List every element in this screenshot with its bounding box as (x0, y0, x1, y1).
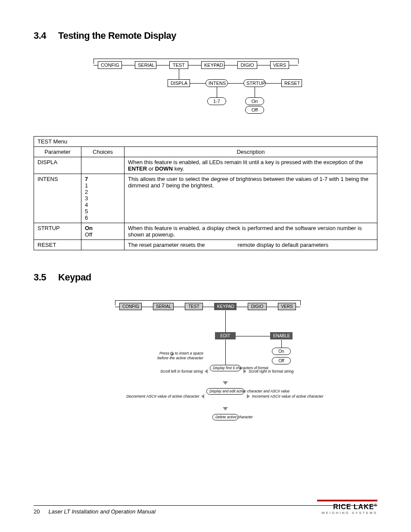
menu-node-strtup-on: On (245, 97, 264, 105)
table-header-choices: Choices (81, 147, 125, 157)
menu-node-strtup-off: Off (245, 106, 264, 114)
test-menu-diagram: CONFIG SERIAL TEST KEYPAD DIGIO VERS DIS… (93, 59, 318, 119)
table-row: RESET The reset parameter resets the rem… (34, 240, 377, 250)
menu-node-strtup: STRTUP (243, 79, 266, 87)
label-scroll-left: Scroll left in format string (137, 369, 203, 373)
cell-desc: When this feature is enabled, a display … (125, 223, 377, 240)
arrow-right-icon (247, 394, 250, 398)
menu-node-displa: DISPLA (168, 79, 190, 87)
arrow-left-icon (205, 369, 208, 373)
arrow-down-icon (223, 381, 228, 385)
table-row: STRTUP On Off When this feature is enabl… (34, 223, 377, 240)
menu-node-config: CONFIG (119, 303, 142, 310)
menu-node-keypad: KEYPAD (214, 303, 237, 310)
table-header-parameter: Parameter (34, 147, 81, 157)
menu-node-enable-off: Off (272, 357, 291, 364)
menu-node-config: CONFIG (98, 61, 122, 69)
cell-choices (81, 240, 125, 250)
edit-step-3: Delete active character (212, 414, 238, 420)
heading-number: 3.5 (34, 272, 46, 283)
heading-3-5: 3.5Keypad (34, 272, 377, 283)
menu-node-intens: INTENS (206, 79, 228, 87)
heading-title: Testing the Remote Display (58, 30, 176, 41)
test-menu-table: TEST Menu Parameter Choices Description … (34, 136, 377, 250)
menu-node-enable: ENABLE (270, 332, 293, 339)
page-number: 20 (34, 508, 40, 515)
cell-param: INTENS (34, 174, 81, 223)
menu-node-serial: SERIAL (135, 61, 156, 69)
label-inc-ascii: Increment ASCII value of active characte… (252, 394, 324, 398)
label-scroll-right: Scroll right in format string (249, 369, 294, 373)
cell-choices: On Off (81, 223, 125, 240)
button-icon (170, 352, 174, 355)
arrow-down-icon (223, 407, 228, 411)
cell-choices: 7 1 2 3 4 5 6 (81, 174, 125, 223)
menu-node-test: TEST (169, 61, 188, 69)
brand-logo: RICE LAKE® WEIGHING SYSTEMS (317, 500, 377, 515)
heading-3-4: 3.4Testing the Remote Display (34, 30, 377, 41)
heading-title: Keypad (58, 272, 91, 283)
menu-node-digio: DIGIO (248, 303, 267, 310)
menu-node-edit: EDIT (215, 332, 236, 339)
table-header-description: Description (125, 147, 377, 157)
cell-desc: This allows the user to select the degre… (125, 174, 377, 223)
menu-node-enable-on: On (272, 348, 291, 355)
menu-node-serial: SERIAL (153, 303, 174, 310)
arrow-left-icon (201, 394, 204, 398)
heading-number: 3.4 (34, 30, 46, 41)
menu-node-vers: VERS (270, 61, 289, 69)
cell-param: DISPLA (34, 157, 81, 174)
footer-title: Laser LT Installation and Operation Manu… (48, 508, 155, 515)
arrow-right-icon (243, 369, 246, 373)
table-row: INTENS 7 1 2 3 4 5 6 This allows the use… (34, 174, 377, 223)
cell-choices (81, 157, 125, 174)
page-footer: 20 Laser LT Installation and Operation M… (34, 505, 377, 515)
menu-node-keypad: KEYPAD (201, 61, 224, 69)
label-dec-ascii: Decrement ASCII value of active characte… (102, 394, 199, 398)
label-press-insert: Press to insert a spacebefore the active… (132, 351, 203, 361)
menu-node-reset: RESET (281, 79, 302, 87)
edit-step-1: Display first 6 characters of format (210, 365, 241, 371)
cell-param: RESET (34, 240, 81, 250)
cell-desc: The reset parameter resets the remote di… (125, 240, 377, 250)
table-caption: TEST Menu (34, 137, 377, 147)
edit-step-2: Display and edit active character and AS… (206, 388, 244, 395)
cell-param: STRTUP (34, 223, 81, 240)
keypad-diagram: CONFIG SERIAL TEST KEYPAD DIGIO VERS EDI… (85, 300, 326, 447)
menu-node-intens-range: 1-7 (207, 97, 226, 105)
menu-node-test: TEST (185, 303, 203, 310)
cell-desc: When this feature is enabled, all LEDs r… (125, 157, 377, 174)
menu-node-vers: VERS (278, 303, 296, 310)
table-row: DISPLA When this feature is enabled, all… (34, 157, 377, 174)
menu-node-digio: DIGIO (237, 61, 257, 69)
